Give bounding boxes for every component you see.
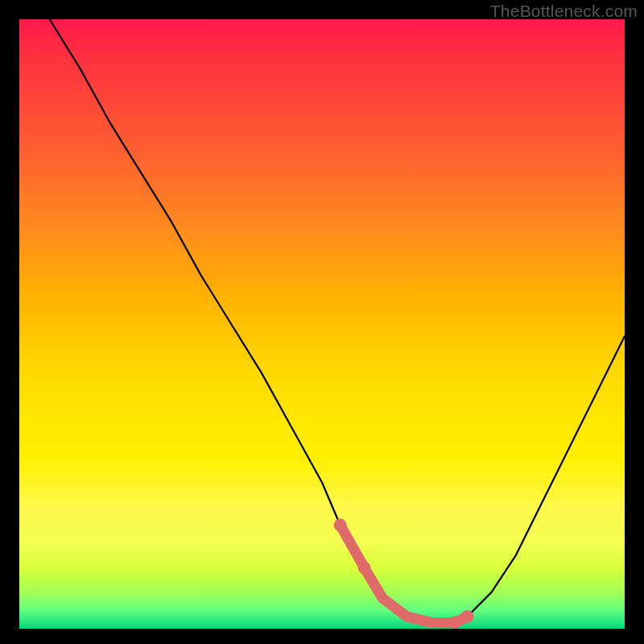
accent-dot <box>448 616 461 629</box>
plot-area <box>19 19 625 629</box>
accent-dot <box>334 518 347 531</box>
bottleneck-chart: TheBottleneck.com <box>0 0 644 644</box>
optimal-range-accent <box>341 525 468 622</box>
accent-layer <box>19 19 625 629</box>
accent-dot <box>358 561 371 574</box>
watermark-text: TheBottleneck.com <box>490 2 638 21</box>
accent-dot <box>461 610 474 623</box>
